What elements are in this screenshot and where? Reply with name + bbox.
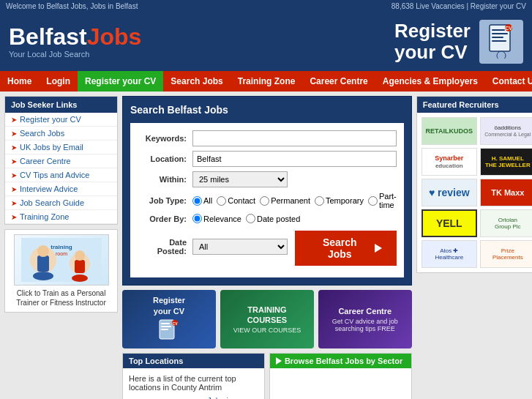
location-link-ballymena[interactable]: Jobs in Ballymena: [207, 396, 258, 399]
sidebar-item-job-search-guide[interactable]: ➤ Job Search Guide: [5, 196, 117, 210]
recruiter-additions[interactable]: öadditionsCommercial & Legal: [480, 117, 532, 145]
sidebar-link-register[interactable]: Register your CV: [20, 115, 81, 124]
svg-rect-22: [161, 326, 171, 327]
location-ballymena[interactable]: Jobs in Ballymena: [199, 396, 258, 399]
sidebar-link-cv-tips[interactable]: CV Tips and Advice: [20, 171, 89, 179]
dateposted-label: Date Posted:: [138, 238, 192, 256]
career-banner-text: Career Centre: [323, 306, 408, 316]
jobtype-options: All Contact Permanent Temporary Part-tim…: [192, 192, 397, 209]
search-form: Keywords: Location: Within: 25 miles: [130, 123, 404, 277]
svg-point-17: [75, 250, 85, 261]
jobtype-parttime[interactable]: Part-time: [368, 192, 397, 209]
sidebar-item-search[interactable]: ➤ Search Jobs: [5, 127, 117, 141]
sidebar-link-interview[interactable]: Interview Advice: [20, 184, 78, 193]
location-grid: Jobs in Antrim Jobs in Ballymena Jobs in…: [129, 396, 258, 399]
within-row: Within: 25 miles 5 miles 10 miles 50 mil…: [138, 171, 397, 187]
dateposted-select[interactable]: All Last 24 hours Last 7 days Last 30 da…: [192, 239, 288, 255]
nav-agencies-employers[interactable]: Agencies & Employers: [375, 71, 485, 92]
svg-rect-16: [75, 260, 85, 273]
recruiter-synarber[interactable]: Synarbereducation: [422, 148, 477, 176]
search-button-arrow-icon: [375, 244, 382, 253]
recruiter-prize[interactable]: PrizePlacements: [480, 240, 532, 268]
register-cv-banner[interactable]: Registeryour CV CV: [122, 290, 216, 348]
recruiter-ortolan[interactable]: OrtolanGroup Plc: [480, 209, 532, 237]
sidebar-item-interview[interactable]: ➤ Interview Advice: [5, 182, 117, 196]
sidebar-item-cv-tips[interactable]: ➤ CV Tips and Advice: [5, 168, 117, 182]
recruiter-yell[interactable]: YELL: [422, 209, 477, 237]
recruiter-grid: RETAILKUDOS öadditionsCommercial & Legal…: [417, 113, 532, 272]
sidebar-link-career[interactable]: Career Centre: [20, 157, 71, 165]
location-antrim[interactable]: Jobs in Antrim: [129, 396, 192, 399]
nav-career-centre[interactable]: Career Centre: [302, 71, 375, 92]
orderby-options: Relevance Date posted: [192, 214, 397, 223]
cv-icon: CV: [479, 20, 523, 64]
training-promo-text: Click to Train as a Personal Trainer or …: [10, 288, 113, 307]
location-input[interactable]: [192, 151, 397, 167]
keywords-label: Keywords:: [138, 134, 192, 143]
top-locations-desc: Here is a list of the current top locati…: [129, 374, 258, 392]
nav-home[interactable]: Home: [0, 71, 39, 92]
search-jobs-button-label: Search Jobs: [310, 236, 370, 260]
main-nav: Home Login Register your CV Search Jobs …: [0, 71, 532, 92]
logo[interactable]: BelfastJobs Your Local Job Search: [9, 25, 141, 59]
sidebar-link-job-search-guide[interactable]: Job Search Guide: [20, 198, 84, 207]
jobtype-temporary[interactable]: Temporary: [315, 196, 364, 206]
sidebar-link-uk-jobs[interactable]: UK Jobs by Email: [20, 143, 83, 152]
keywords-input[interactable]: [192, 130, 397, 146]
dateposted-wrapper: All Last 24 hours Last 7 days Last 30 da…: [192, 228, 397, 266]
training-promo-image: training room: [14, 234, 109, 286]
search-jobs-button[interactable]: Search Jobs: [295, 231, 397, 266]
orderby-row: Order By: Relevance Date posted: [138, 214, 397, 223]
orderby-date[interactable]: Date posted: [246, 214, 300, 223]
sidebar-link-search[interactable]: Search Jobs: [20, 129, 64, 138]
sidebar-item-uk-jobs[interactable]: ➤ UK Jobs by Email: [5, 141, 117, 154]
browse-sector-label: Browse Belfast Jobs by Sector: [285, 357, 402, 365]
svg-rect-21: [161, 323, 170, 324]
jobtype-contact[interactable]: Contact: [217, 196, 255, 206]
within-select-wrapper: 25 miles 5 miles 10 miles 50 miles: [192, 171, 397, 187]
top-locations-title: Top Locations: [123, 354, 264, 368]
training-banner-text: TRAININGCOURSES: [233, 305, 301, 326]
sidebar-item-register[interactable]: ➤ Register your CV: [5, 113, 117, 127]
recruiter-atos[interactable]: Atos ✚Healthcare: [422, 240, 477, 268]
recruiter-tkmaxx[interactable]: TK Maxx: [480, 179, 532, 206]
nav-search-jobs[interactable]: Search Jobs: [163, 71, 230, 92]
svg-rect-8: [494, 59, 509, 60]
featured-recruiters-box: Featured Recruiters RETAILKUDOS öadditio…: [416, 96, 532, 273]
browse-sector-title[interactable]: Browse Belfast Jobs by Sector: [270, 354, 411, 368]
training-promo-box[interactable]: training room Click to Train as a Person…: [4, 229, 118, 313]
svg-rect-3: [492, 37, 503, 38]
job-seeker-links-box: Job Seeker Links ➤ Register your CV ➤ Se…: [4, 96, 118, 225]
svg-text:CV: CV: [172, 321, 178, 325]
recruiter-hsamuel-label: H. SAMUELTHE JEWELLER: [485, 155, 531, 168]
within-select[interactable]: 25 miles 5 miles 10 miles 50 miles: [192, 171, 288, 187]
career-centre-banner[interactable]: Career Centre Get CV advice and job sear…: [318, 290, 412, 348]
training-courses-banner[interactable]: TRAININGCOURSES VIEW OUR COURSES: [220, 290, 314, 348]
bottom-row: Top Locations Here is a list of the curr…: [122, 353, 412, 399]
center-content: Search Belfast Jobs Keywords: Location: …: [118, 96, 416, 399]
register-cv-header-link[interactable]: Registeryour CV CV: [394, 20, 523, 64]
orderby-relevance[interactable]: Relevance: [192, 214, 241, 223]
recruiter-review-label: ♥ review: [429, 187, 470, 198]
nav-contact-us[interactable]: Contact Us: [485, 71, 532, 92]
nav-login[interactable]: Login: [39, 71, 78, 92]
svg-rect-23: [161, 329, 168, 330]
recruiter-retailkudos[interactable]: RETAILKUDOS: [422, 117, 477, 145]
svg-point-13: [37, 245, 49, 257]
nav-training-zone[interactable]: Training Zone: [231, 71, 303, 92]
recruiter-additions-label: öadditionsCommercial & Legal: [484, 124, 531, 138]
recruiter-hsamuel[interactable]: H. SAMUELTHE JEWELLER: [480, 148, 532, 176]
recruiter-ortolan-label: OrtolanGroup Plc: [495, 217, 521, 230]
sidebar-item-career[interactable]: ➤ Career Centre: [5, 154, 117, 168]
register-cv-header-text: Registeryour CV: [394, 20, 471, 62]
sidebar-link-training[interactable]: Training Zone: [20, 212, 69, 221]
keywords-input-wrapper: [192, 130, 397, 146]
sidebar-item-training[interactable]: ➤ Training Zone: [5, 210, 117, 224]
jobtype-all[interactable]: All: [192, 196, 212, 206]
within-label: Within:: [138, 175, 192, 184]
nav-register-cv[interactable]: Register your CV: [78, 71, 163, 92]
orderby-label: Order By:: [138, 215, 192, 223]
svg-text:CV: CV: [505, 26, 512, 31]
jobtype-permanent[interactable]: Permanent: [260, 196, 310, 206]
recruiter-review[interactable]: ♥ review: [422, 179, 477, 206]
